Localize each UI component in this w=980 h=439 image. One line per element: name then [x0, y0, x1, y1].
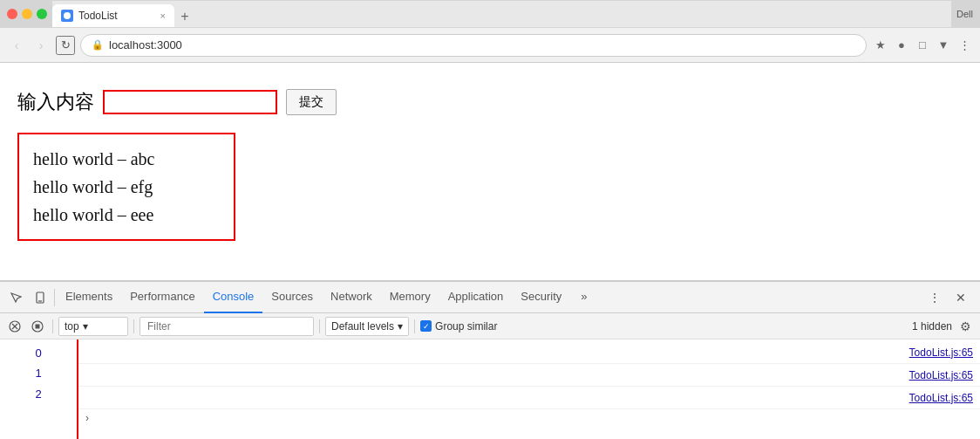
toolbar-separator-3	[319, 319, 320, 333]
check-icon: ✓	[423, 322, 430, 331]
todo-list-box: hello world – abc hello world – efg hell…	[17, 133, 235, 241]
toolbar-separator-4	[414, 319, 415, 333]
console-entry-1: TodoList.js:65	[78, 364, 980, 387]
bookmark-icon[interactable]: ★	[872, 37, 889, 54]
line-num-2[interactable]: 2	[35, 384, 41, 404]
context-dropdown[interactable]: top ▾	[58, 317, 128, 336]
tab-performance[interactable]: Performance	[121, 282, 203, 313]
default-levels-dropdown[interactable]: Default levels ▾	[325, 317, 409, 336]
prompt-arrow: ›	[85, 412, 89, 424]
default-levels-arrow: ▾	[398, 320, 403, 333]
group-similar-option[interactable]: ✓ Group similar	[420, 320, 497, 333]
console-prompt: ›	[78, 409, 980, 427]
console-toolbar: top ▾ Default levels ▾ ✓ Group similar 1…	[0, 313, 980, 340]
entry-source-0[interactable]: TodoList.js:65	[909, 346, 973, 359]
forward-button[interactable]: ›	[31, 36, 51, 55]
toolbar-separator	[52, 319, 53, 333]
console-entries: TodoList.js:65 TodoList.js:65 TodoList.j…	[78, 340, 980, 439]
tab-console[interactable]: Console	[204, 282, 263, 313]
default-levels-label: Default levels	[331, 320, 394, 333]
tab-elements[interactable]: Elements	[57, 282, 121, 313]
tab-bar: TodoList × +	[52, 1, 951, 27]
console-output: 0 1 2 TodoList.js:65 TodoList.js:65 Todo…	[0, 340, 980, 439]
group-similar-checkbox[interactable]: ✓	[420, 320, 432, 332]
console-entry-0: TodoList.js:65	[78, 341, 980, 364]
console-entry-2: TodoList.js:65	[78, 387, 980, 409]
todo-item-2: hello world – eee	[33, 201, 220, 229]
todo-item-1: hello world – efg	[33, 173, 220, 201]
line-num-1[interactable]: 1	[35, 363, 41, 383]
tab-more[interactable]: »	[572, 282, 595, 313]
devtools-more-options[interactable]: ⋮	[922, 285, 947, 310]
input-label: 输入内容	[17, 89, 94, 115]
entry-source-2[interactable]: TodoList.js:65	[909, 392, 973, 404]
devtools-close-button[interactable]: ✕	[949, 285, 973, 310]
tab-favicon	[61, 10, 73, 22]
devtools-action-buttons: ⋮ ✕	[922, 285, 977, 310]
more-icon[interactable]: ⋮	[956, 37, 973, 54]
url-text: localhost:3000	[109, 38, 182, 51]
group-similar-label: Group similar	[435, 320, 497, 333]
maximize-button[interactable]	[37, 9, 47, 19]
dropdown-arrow: ▾	[83, 320, 88, 333]
console-stop-icon[interactable]	[28, 317, 47, 336]
input-row: 输入内容 提交	[17, 89, 963, 115]
traffic-lights	[7, 9, 47, 19]
title-bar: TodoList × + Dell	[0, 0, 980, 28]
svg-rect-6	[36, 324, 40, 328]
todo-item-0: hello world – abc	[33, 145, 220, 173]
hidden-count: 1 hidden	[912, 320, 952, 333]
url-bar[interactable]: 🔒 localhost:3000	[80, 34, 867, 57]
submit-button[interactable]: 提交	[286, 89, 337, 115]
secure-icon: 🔒	[92, 39, 104, 51]
tab-memory[interactable]: Memory	[381, 282, 439, 313]
console-clear-icon[interactable]	[5, 317, 24, 336]
devtools-panel: Elements Performance Console Sources Net…	[0, 280, 980, 439]
devtools-mobile-icon[interactable]	[28, 285, 52, 310]
tab-application[interactable]: Application	[439, 282, 513, 313]
refresh-button[interactable]: ↻	[56, 36, 75, 55]
browser-tab[interactable]: TodoList ×	[52, 4, 174, 27]
devtools-tabs: Elements Performance Console Sources Net…	[0, 282, 980, 313]
circle-icon[interactable]: ●	[893, 37, 910, 54]
line-numbers: 0 1 2	[0, 340, 78, 439]
profile-icon[interactable]: ▼	[935, 37, 952, 54]
address-actions: ★ ● □ ▼ ⋮	[872, 37, 973, 54]
devtools-cursor-icon[interactable]	[3, 285, 28, 310]
line-num-0[interactable]: 0	[35, 343, 41, 363]
back-button[interactable]: ‹	[7, 36, 26, 55]
entry-source-1[interactable]: TodoList.js:65	[909, 369, 973, 381]
tab-security[interactable]: Security	[512, 282, 570, 313]
minimize-button[interactable]	[22, 9, 32, 19]
todo-input[interactable]	[103, 90, 277, 114]
new-tab-button[interactable]: +	[174, 6, 195, 27]
tab-close-icon[interactable]: ×	[160, 10, 166, 21]
cast-icon[interactable]: □	[914, 37, 931, 54]
address-bar: ‹ › ↻ 🔒 localhost:3000 ★ ● □ ▼ ⋮	[0, 28, 980, 63]
tab-title: TodoList	[78, 10, 118, 22]
console-settings-icon[interactable]: ⚙	[956, 317, 975, 336]
tab-sources[interactable]: Sources	[262, 282, 322, 313]
window-label: Dell	[956, 9, 973, 19]
context-label: top	[65, 320, 79, 333]
devtools-separator	[54, 289, 55, 306]
toolbar-separator-2	[133, 319, 134, 333]
page-content: 输入内容 提交 hello world – abc hello world – …	[0, 63, 980, 280]
browser-chrome: TodoList × + Dell ‹ › ↻ 🔒 localhost:3000…	[0, 0, 980, 63]
tab-network[interactable]: Network	[322, 282, 381, 313]
console-filter-input[interactable]	[140, 317, 314, 336]
close-button[interactable]	[7, 9, 17, 19]
